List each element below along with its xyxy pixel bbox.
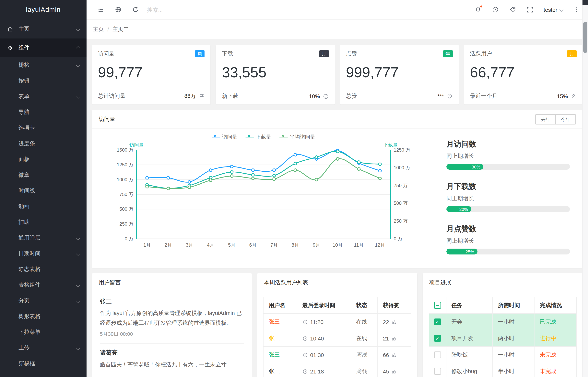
breadcrumb-home[interactable]: 主页 <box>93 26 104 33</box>
breadcrumb-separator: / <box>107 26 109 33</box>
app-root: layuiAdmin 主页 组件 栅格 按钮 表单 导航 选项卡 进度条 面板 <box>0 0 588 377</box>
svg-text:2月: 2月 <box>164 242 172 247</box>
last-year-button[interactable]: 去年 <box>535 114 555 124</box>
stat-foot-value: 15% <box>557 93 568 99</box>
thumbs-up-icon <box>391 352 397 358</box>
svg-text:1000 万: 1000 万 <box>393 165 410 170</box>
chevron-down-icon <box>76 27 80 31</box>
sidebar-subitem-badge[interactable]: 徽章 <box>0 167 87 183</box>
sidebar-subitem-layer[interactable]: 通用弹层 <box>0 230 87 246</box>
legend-item-visits[interactable]: 访问量 <box>212 133 237 141</box>
sidebar-subitem-dropdown[interactable]: 下拉菜单 <box>0 324 87 340</box>
sidebar-subitem-treetable[interactable]: 树形表格 <box>0 309 87 324</box>
sidebar-subitem-static-table[interactable]: 静态表格 <box>0 261 87 277</box>
tag-icon[interactable] <box>504 0 522 19</box>
divider <box>100 343 244 344</box>
app-logo: layuiAdmin <box>0 0 87 20</box>
sidebar-subitem-panel[interactable]: 面板 <box>0 152 87 167</box>
svg-text:250 万: 250 万 <box>119 221 133 227</box>
breadcrumb: 主页 / 主页二 <box>87 20 588 39</box>
sidebar-subitem-grid[interactable]: 栅格 <box>0 57 87 73</box>
svg-text:4月: 4月 <box>207 242 214 247</box>
sidebar-subitem-button[interactable]: 按钮 <box>0 73 87 89</box>
sidebar-subitem-auxiliar[interactable]: 辅助 <box>0 214 87 230</box>
refresh-icon[interactable] <box>127 0 144 19</box>
chevron-up-icon <box>76 46 80 50</box>
sidebar-subitem-laypage[interactable]: 分页 <box>0 293 87 309</box>
stat-title: 下载 <box>222 50 233 57</box>
card-title: 项目进展 <box>429 279 451 286</box>
select-all-checkbox[interactable] <box>434 302 441 309</box>
stat-badge: 年 <box>443 50 453 57</box>
svg-text:下载量: 下载量 <box>383 142 398 147</box>
row-checkbox[interactable] <box>434 352 441 358</box>
clock-icon <box>302 319 308 325</box>
fullscreen-icon[interactable] <box>522 0 539 19</box>
stat-foot-label: 最近一个月 <box>470 93 498 100</box>
table-row[interactable]: 张三 10:40 在线 21 <box>263 330 411 347</box>
clock-icon <box>302 336 308 341</box>
table-row[interactable]: ✓ 开会 一小时 已完成 <box>429 314 576 330</box>
search-input[interactable] <box>147 6 234 13</box>
table-row[interactable]: ✓ 项目开发 两小时 进行中 <box>429 330 576 347</box>
active-users-card: 本周活跃用户列表 用户名 最后登录时间 状态 获得赞 <box>257 273 417 377</box>
progress-label: 20% <box>459 207 468 212</box>
discover-icon[interactable] <box>487 0 504 19</box>
sidebar-subitem-nav[interactable]: 导航 <box>0 105 87 120</box>
sidebar-item-home[interactable]: 主页 <box>0 20 87 38</box>
stat-foot-value: *** <box>438 93 444 99</box>
sidebar-subitem-timeline[interactable]: 时间线 <box>0 183 87 199</box>
legend-item-average[interactable]: 平均访问量 <box>279 133 315 141</box>
table-row[interactable]: 张三 11:20 在线 22 <box>263 314 411 330</box>
row-checkbox[interactable]: ✓ <box>434 319 441 325</box>
flag-icon <box>199 93 205 99</box>
sidebar-subitem-tabs[interactable]: 选项卡 <box>0 120 87 136</box>
row-checkbox[interactable]: ✓ <box>434 335 441 342</box>
scrollbar-thumb[interactable] <box>583 22 587 53</box>
sidebar-subitem-anim[interactable]: 动画 <box>0 199 87 214</box>
line-marker-icon <box>245 135 254 139</box>
scrollbar[interactable] <box>582 0 588 377</box>
stat-badge: 月 <box>319 50 329 57</box>
sidebar-subitem-transfer[interactable]: 穿梭框 <box>0 356 87 372</box>
stat-foot-value: 88万 <box>184 93 196 100</box>
chevron-down-icon <box>76 95 80 99</box>
svg-text:0 万: 0 万 <box>125 236 133 241</box>
table-row[interactable]: 张三 01:30 离线 66 <box>263 347 411 363</box>
messages-card: 用户留言 张三 作为 layui 官方原创的高质量管理系统模板，layuiAdm… <box>92 273 252 377</box>
progress-bar: 20% <box>446 206 570 212</box>
table-row[interactable]: 陪吃饭 一小时 未完成 <box>429 347 576 363</box>
progress-bar: 30% <box>446 164 570 170</box>
svg-text:6月: 6月 <box>249 242 256 247</box>
username: tester <box>544 6 557 13</box>
collapse-sidebar-icon[interactable] <box>92 0 109 19</box>
user-icon <box>571 93 576 99</box>
stat-foot-value: 10% <box>309 93 320 99</box>
stat-card-active-users: 活跃用户 月 66,777 最近一个月 15% <box>464 45 583 105</box>
svg-text:3月: 3月 <box>186 242 193 247</box>
stat-title: 活跃用户 <box>470 50 492 57</box>
notification-bell-icon[interactable] <box>470 0 487 19</box>
chevron-down-icon <box>76 236 80 240</box>
svg-text:11月: 11月 <box>354 242 363 247</box>
chevron-down-icon <box>76 283 80 287</box>
clock-icon <box>302 352 308 358</box>
sidebar-item-component[interactable]: 组件 <box>0 38 87 57</box>
legend-item-downloads[interactable]: 下载量 <box>245 133 271 141</box>
sidebar-subitem-table[interactable]: 表格组件 <box>0 277 87 293</box>
sidebar-subitem-date[interactable]: 日期时间 <box>0 246 87 261</box>
sidebar-subitem-upload[interactable]: 上传 <box>0 340 87 356</box>
scrollbar-corner <box>583 0 588 5</box>
row-checkbox[interactable] <box>434 368 441 375</box>
table-row[interactable]: 张三 21:18 离线 45 <box>263 363 411 377</box>
projects-table: 任务 所需时间 完成情况 ✓ 开会 一小时 已完成 <box>428 297 576 377</box>
user-menu[interactable]: tester <box>539 6 568 13</box>
stat-title: 点赞 <box>346 50 357 57</box>
stat-value: 99,777 <box>98 64 205 81</box>
sidebar-subitem-progress[interactable]: 进度条 <box>0 136 87 152</box>
this-year-button[interactable]: 今年 <box>555 114 576 124</box>
table-row[interactable]: 修改小bug 半小时 未完成 <box>429 363 576 377</box>
sidebar-subitem-form[interactable]: 表单 <box>0 89 87 105</box>
svg-text:10月: 10月 <box>332 242 342 247</box>
globe-icon[interactable] <box>109 0 127 19</box>
